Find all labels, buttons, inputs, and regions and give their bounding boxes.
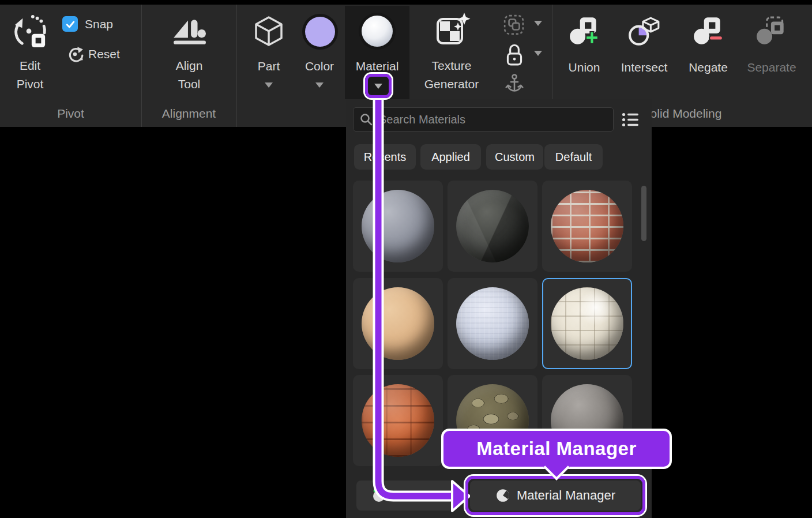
part-label: Part — [248, 58, 290, 75]
tab-applied-label: Applied — [431, 151, 470, 164]
pivot-group-label: Pivot — [0, 106, 141, 121]
material-dropdown-caret-highlight — [365, 74, 392, 98]
search-icon — [359, 112, 373, 126]
tab-custom-label: Custom — [495, 151, 535, 164]
align-tool-icon — [172, 15, 206, 46]
anchor-icon — [505, 73, 524, 95]
anchor-button[interactable] — [505, 73, 524, 97]
list-view-icon — [622, 112, 639, 127]
tab-default-label: Default — [555, 151, 592, 164]
material-manager-tooltip: Material Manager — [441, 429, 672, 469]
tab-default[interactable]: Default — [544, 144, 603, 170]
intersect-button[interactable] — [628, 15, 661, 51]
generate-button[interactable]: Generate — [356, 481, 456, 511]
intersect-label: Intersect — [612, 59, 676, 76]
union-label: Union — [552, 59, 616, 76]
group-select-button[interactable] — [503, 14, 525, 38]
swatch-sand[interactable] — [353, 278, 443, 369]
swatch-brick[interactable] — [542, 181, 632, 272]
swatch-fabric[interactable] — [448, 278, 537, 369]
swatch-ceramic-tiles-selected[interactable] — [542, 278, 632, 369]
negate-label: Negate — [676, 59, 740, 76]
generate-sphere-icon — [372, 489, 386, 502]
material-manager-label: Material Manager — [517, 488, 615, 503]
part-button[interactable] — [253, 15, 285, 50]
snap-checkbox[interactable] — [62, 16, 78, 32]
search-input[interactable] — [378, 112, 607, 127]
material-manager-button[interactable]: Material Manager — [470, 481, 641, 511]
color-swatch[interactable] — [305, 17, 335, 47]
edit-pivot-button[interactable] — [12, 13, 47, 51]
reset-icon — [67, 45, 84, 62]
texture-generator-icon — [434, 12, 471, 49]
scrollbar-thumb[interactable] — [641, 186, 646, 241]
list-view-button[interactable] — [622, 112, 639, 130]
swatch-slate[interactable] — [448, 181, 537, 272]
ceramic-tiles-sphere — [551, 287, 623, 360]
tab-recents[interactable]: Recents — [354, 144, 416, 170]
align-tool-label: Align Tool — [163, 57, 215, 93]
part-dropdown-caret-icon[interactable] — [265, 82, 273, 88]
intersect-icon — [628, 15, 661, 48]
alignment-group-label: Alignment — [141, 106, 236, 121]
lock-button[interactable] — [505, 43, 524, 69]
material-dropdown-caret-icon[interactable] — [374, 84, 382, 89]
tab-custom[interactable]: Custom — [486, 144, 543, 170]
material-sphere-thumbnail — [362, 16, 393, 47]
edit-pivot-icon — [12, 13, 47, 48]
material-search-bar — [353, 107, 614, 132]
group-separator — [236, 5, 237, 127]
sand-sphere — [362, 287, 434, 360]
tab-applied[interactable]: Applied — [420, 144, 481, 170]
reset-pivot-button[interactable] — [67, 45, 84, 65]
negate-icon — [692, 15, 725, 48]
slate-sphere — [456, 190, 529, 262]
material-manager-sphere-icon — [495, 488, 510, 503]
texture-generator-button[interactable] — [434, 12, 471, 51]
separate-icon — [755, 15, 789, 48]
lock-caret-icon[interactable] — [534, 51, 542, 56]
snap-label: Snap — [85, 16, 113, 33]
reset-label: Reset — [88, 46, 120, 63]
material-manager-highlight: Material Manager — [465, 476, 645, 515]
tab-recents-label: Recents — [364, 151, 406, 164]
color-label: Color — [300, 58, 339, 75]
group-select-caret-icon[interactable] — [534, 21, 542, 26]
check-icon — [65, 18, 76, 30]
fabric-sphere — [456, 287, 529, 360]
brick-sphere — [551, 190, 623, 262]
separate-button-disabled[interactable] — [755, 15, 789, 51]
color-dropdown-caret-icon[interactable] — [315, 82, 324, 88]
roof-tiles-sphere — [362, 384, 434, 457]
union-button[interactable] — [568, 15, 602, 51]
group-select-icon — [503, 14, 525, 36]
align-tool-button[interactable] — [172, 15, 206, 48]
texture-generator-label: Texture Generator — [418, 57, 485, 93]
concrete-sphere — [362, 190, 434, 262]
union-icon — [568, 15, 602, 48]
swatch-concrete[interactable] — [353, 181, 443, 272]
lock-icon — [505, 43, 524, 67]
separate-label: Separate — [739, 59, 804, 76]
negate-button[interactable] — [692, 15, 725, 51]
material-label: Material — [345, 58, 409, 75]
swatch-roof-tiles[interactable] — [353, 375, 443, 466]
generate-label: Generate — [392, 489, 440, 502]
part-cube-icon — [253, 15, 285, 47]
edit-pivot-label: Edit Pivot — [6, 57, 54, 93]
